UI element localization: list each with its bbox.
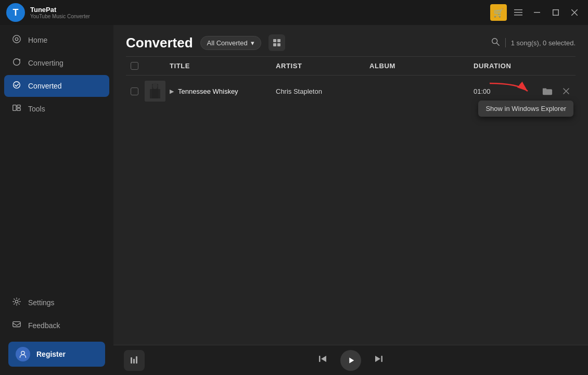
header-artist: ARTIST xyxy=(274,62,367,70)
sidebar: Home Converting Converted Tools xyxy=(0,25,113,375)
svg-rect-3 xyxy=(534,12,540,13)
player-left xyxy=(124,350,149,371)
header-thumbnail xyxy=(143,62,168,70)
sidebar-item-tools-label: Tools xyxy=(28,105,45,113)
row-checkbox[interactable] xyxy=(131,88,138,95)
maximize-button[interactable] xyxy=(548,5,563,20)
cart-icon[interactable]: 🛒 xyxy=(490,4,507,21)
svg-rect-11 xyxy=(17,105,20,108)
sidebar-bottom: Settings Feedback Register xyxy=(0,288,113,375)
select-all-checkbox[interactable] xyxy=(131,62,138,70)
play-track-button[interactable]: ▶ xyxy=(170,88,174,95)
feedback-icon xyxy=(11,320,22,331)
sidebar-item-converting[interactable]: Converting xyxy=(4,52,109,74)
sidebar-item-feedback[interactable]: Feedback xyxy=(4,315,109,336)
sidebar-item-home-label: Home xyxy=(28,36,47,44)
svg-point-8 xyxy=(15,38,18,40)
svg-rect-34 xyxy=(133,359,135,364)
sidebar-item-settings[interactable]: Settings xyxy=(4,292,109,314)
show-in-explorer-button[interactable] xyxy=(540,84,555,98)
sidebar-item-home[interactable]: Home xyxy=(4,29,109,51)
song-thumbnail xyxy=(145,81,165,102)
filter-dropdown[interactable]: All Converted ▾ xyxy=(200,36,261,50)
svg-rect-10 xyxy=(13,105,16,111)
sidebar-item-converted-label: Converted xyxy=(28,82,62,90)
song-title: Tennessee Whiskey xyxy=(178,88,238,95)
register-avatar xyxy=(16,347,30,361)
header-checkbox-cell xyxy=(126,62,143,70)
titlebar: T TunePat YouTube Music Converter 🛒 xyxy=(0,0,588,25)
search-button[interactable] xyxy=(491,37,500,48)
tooltip-text: Show in Windows Explorer xyxy=(485,105,566,113)
settings-icon xyxy=(11,297,22,308)
svg-point-26 xyxy=(152,83,158,89)
next-track-button[interactable] xyxy=(374,354,384,367)
svg-rect-29 xyxy=(543,89,546,91)
app-branding: T TunePat YouTube Music Converter xyxy=(6,3,90,22)
remove-track-button[interactable] xyxy=(559,84,573,98)
sidebar-item-converting-label: Converting xyxy=(28,59,63,67)
row-checkbox-cell xyxy=(126,88,143,95)
row-artist-cell: Chris Stapleton xyxy=(274,88,367,95)
content-header-left: Converted All Converted ▾ xyxy=(126,34,285,51)
sidebar-item-converted[interactable]: Converted xyxy=(4,75,109,97)
svg-rect-2 xyxy=(514,15,522,16)
header-duration: DURATION xyxy=(471,62,534,70)
converted-icon xyxy=(11,80,22,92)
header-divider xyxy=(505,38,506,47)
svg-point-7 xyxy=(13,35,20,43)
close-button[interactable] xyxy=(567,5,582,20)
feedback-label: Feedback xyxy=(28,321,60,330)
row-thumbnail-cell xyxy=(143,81,168,102)
main-layout: Home Converting Converted Tools xyxy=(0,25,588,375)
converting-icon xyxy=(11,57,22,69)
minimize-button[interactable] xyxy=(530,5,544,20)
header-actions xyxy=(534,62,576,70)
svg-rect-14 xyxy=(13,322,20,327)
app-title: TunePat xyxy=(30,6,90,14)
svg-rect-17 xyxy=(277,39,280,42)
svg-rect-1 xyxy=(514,12,522,13)
play-pause-button[interactable] xyxy=(340,350,361,371)
table-header: TITLE ARTIST ALBUM DURATION xyxy=(126,57,576,76)
svg-rect-19 xyxy=(277,43,280,46)
content-header: Converted All Converted ▾ 1 song(s), 0 s… xyxy=(113,25,588,51)
svg-rect-16 xyxy=(273,39,276,42)
svg-rect-4 xyxy=(553,10,559,16)
register-label: Register xyxy=(36,350,66,358)
sidebar-item-tools[interactable]: Tools xyxy=(4,98,109,120)
grid-view-button[interactable] xyxy=(269,34,285,51)
header-title: TITLE xyxy=(168,62,274,70)
svg-rect-27 xyxy=(150,89,160,98)
content-area: Converted All Converted ▾ 1 song(s), 0 s… xyxy=(113,25,588,375)
home-icon xyxy=(11,34,22,46)
settings-label: Settings xyxy=(28,298,55,307)
content-header-right: 1 song(s), 0 selected. xyxy=(491,37,576,48)
menu-button[interactable] xyxy=(511,5,526,20)
svg-rect-33 xyxy=(131,357,132,364)
player-controls xyxy=(317,350,384,371)
table-row: ▶ Tennessee Whiskey Chris Stapleton 01:0… xyxy=(126,78,576,105)
prev-track-button[interactable] xyxy=(317,354,328,367)
windows-explorer-tooltip: Show in Windows Explorer xyxy=(478,101,573,117)
music-queue-button[interactable] xyxy=(124,350,145,371)
svg-point-20 xyxy=(492,39,497,44)
app-subtitle: YouTube Music Converter xyxy=(30,14,90,19)
svg-rect-12 xyxy=(17,108,20,111)
svg-line-21 xyxy=(496,43,499,46)
svg-rect-35 xyxy=(136,356,137,364)
header-album: ALBUM xyxy=(367,62,471,70)
register-button[interactable]: Register xyxy=(8,342,105,367)
svg-rect-36 xyxy=(319,356,321,362)
window-controls: 🛒 xyxy=(490,4,582,21)
sidebar-nav: Home Converting Converted Tools xyxy=(0,29,113,288)
song-count: 1 song(s), 0 selected. xyxy=(511,39,576,47)
filter-label: All Converted xyxy=(207,39,248,47)
table-area: TITLE ARTIST ALBUM DURATION xyxy=(113,57,588,345)
app-logo: T xyxy=(6,3,25,22)
page-title: Converted xyxy=(126,35,193,51)
row-duration-cell: 01:00 xyxy=(471,88,534,95)
svg-point-9 xyxy=(14,82,20,89)
chevron-down-icon: ▾ xyxy=(251,39,254,47)
tools-icon xyxy=(11,103,22,115)
